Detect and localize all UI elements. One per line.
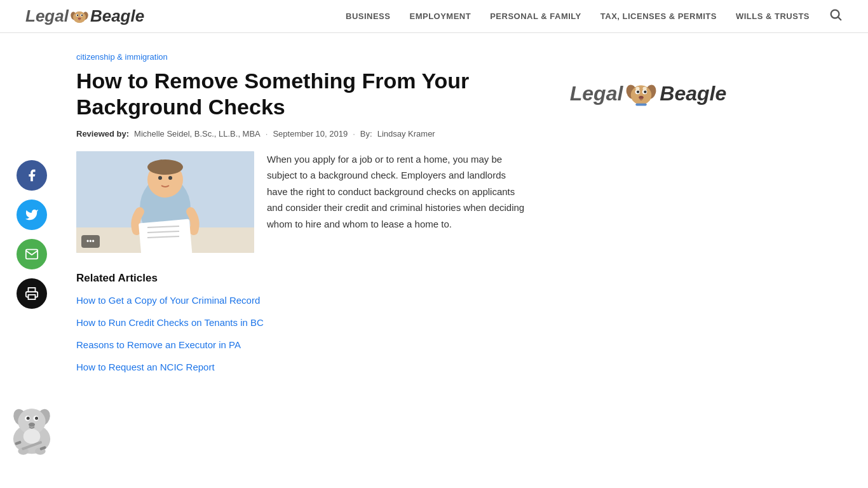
search-icon	[829, 8, 843, 22]
main-content: citizenship & immigration How to Remove …	[64, 33, 546, 458]
related-article-link-2[interactable]: How to Run Credit Checks on Tenants in B…	[76, 317, 264, 328]
sidebar-logo: Legal	[559, 78, 737, 109]
list-item: Reasons to Remove an Executor in PA	[76, 338, 527, 351]
page-wrapper: citizenship & immigration How to Remove …	[0, 33, 868, 458]
twitter-share-button[interactable]	[17, 200, 47, 230]
svg-point-32	[147, 159, 183, 175]
article-meta: Reviewed by: Michelle Seidel, B.Sc., LL.…	[76, 129, 527, 139]
facebook-share-button[interactable]	[17, 160, 47, 191]
svg-point-47	[636, 86, 640, 90]
print-button[interactable]	[17, 278, 47, 309]
article-image: •••	[76, 151, 254, 253]
reviewed-by-label: Reviewed by:	[76, 129, 129, 139]
breadcrumb[interactable]: citizenship & immigration	[76, 52, 527, 62]
sidebar-logo-beagle: Beagle	[660, 82, 726, 105]
social-sidebar	[0, 33, 64, 458]
related-articles: Related Articles How to Get a Copy of Yo…	[76, 272, 527, 374]
meta-dot2: ·	[353, 129, 355, 139]
search-button[interactable]	[829, 8, 843, 25]
svg-point-48	[643, 86, 647, 90]
svg-point-33	[158, 176, 162, 180]
article-title: How to Remove Something From Your Backgr…	[76, 68, 521, 120]
sidebar-logo-legal: Legal	[570, 82, 623, 105]
nav-tax-licenses[interactable]: TAX, LICENSES & PERMITS	[600, 11, 717, 21]
svg-point-6	[77, 14, 79, 16]
email-share-button[interactable]	[17, 239, 47, 269]
email-icon	[25, 247, 39, 261]
site-header: Legal Beagle BUSINES	[0, 0, 868, 33]
more-button[interactable]: •••	[81, 235, 100, 248]
list-item: How to Request an NCIC Report	[76, 360, 527, 374]
meta-dot: ·	[266, 129, 268, 139]
logo-beagle: Beagle	[90, 6, 144, 26]
svg-point-8	[78, 17, 81, 19]
article-body-top: ••• When you apply for a job or to rent …	[76, 151, 527, 253]
sidebar-logo-dog-icon	[625, 78, 657, 109]
svg-rect-35	[139, 219, 192, 252]
nav-business[interactable]: BUSINESS	[346, 11, 390, 21]
svg-point-46	[644, 90, 646, 93]
svg-point-22	[24, 429, 41, 444]
main-nav: BUSINESS EMPLOYMENT PERSONAL & FAMILY TA…	[346, 8, 843, 25]
svg-line-10	[838, 17, 841, 20]
svg-point-42	[631, 86, 652, 105]
nav-wills-trusts[interactable]: WILLS & TRUSTS	[736, 11, 810, 21]
svg-point-20	[35, 417, 38, 420]
svg-point-34	[168, 176, 172, 180]
related-articles-list: How to Get a Copy of Your Criminal Recor…	[76, 294, 527, 374]
svg-point-7	[81, 14, 83, 16]
article-intro: When you apply for a job or to rent a ho…	[267, 151, 527, 253]
related-article-link-1[interactable]: How to Get a Copy of Your Criminal Recor…	[76, 295, 260, 306]
article-author: Lindsay Kramer	[377, 129, 435, 139]
sidebar-dog-illustration	[0, 394, 70, 458]
article-image-svg	[76, 151, 254, 253]
by-label: By:	[360, 129, 372, 139]
logo[interactable]: Legal Beagle	[25, 6, 144, 26]
print-icon	[25, 287, 39, 301]
related-article-link-3[interactable]: Reasons to Remove an Executor in PA	[76, 339, 241, 350]
list-item: How to Get a Copy of Your Criminal Recor…	[76, 294, 527, 307]
svg-rect-11	[29, 295, 36, 299]
svg-point-3	[73, 11, 86, 23]
svg-point-49	[639, 96, 644, 99]
svg-rect-50	[636, 104, 648, 106]
facebook-icon	[25, 168, 39, 182]
nav-personal-family[interactable]: PERSONAL & FAMILY	[490, 11, 581, 21]
svg-point-19	[27, 417, 30, 420]
svg-point-21	[29, 423, 35, 427]
article-date: September 10, 2019	[273, 129, 348, 139]
related-articles-heading: Related Articles	[76, 272, 527, 285]
dog-mascot-icon	[0, 394, 70, 458]
related-article-link-4[interactable]: How to Request an NCIC Report	[76, 362, 215, 372]
nav-employment[interactable]: EMPLOYMENT	[409, 11, 471, 21]
sidebar-right: Legal	[546, 33, 750, 458]
reviewer-name: Michelle Seidel, B.Sc., LL.B., MBA	[134, 129, 261, 139]
svg-point-45	[637, 90, 639, 93]
logo-legal: Legal	[25, 6, 69, 26]
twitter-icon	[25, 208, 39, 222]
logo-dog-icon	[70, 7, 89, 26]
list-item: How to Run Credit Checks on Tenants in B…	[76, 316, 527, 329]
